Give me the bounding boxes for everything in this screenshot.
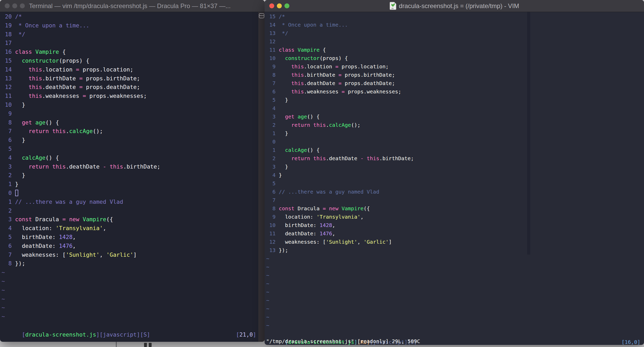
code-line: 1 calcAge() { <box>266 146 644 154</box>
empty-buffer-line: ~ <box>2 277 258 286</box>
line-number: 0 <box>2 189 12 198</box>
code-line: 3 get age() { <box>266 112 644 121</box>
statusline-flags: [javascript][S] <box>99 331 150 338</box>
code-line: 11class Vampire { <box>266 46 644 54</box>
close-button[interactable] <box>5 3 10 8</box>
code-line: 2 return this.deathDate - this.birthDate… <box>266 154 644 163</box>
line-number: 17 <box>2 39 12 47</box>
terminal-titlebar[interactable]: Terminal — vim /tmp/dracula-screenshot.j… <box>0 0 265 12</box>
code-line: 2 <box>2 206 258 215</box>
minimize-button[interactable] <box>12 3 17 8</box>
line-number: 13 <box>266 246 276 254</box>
code-line: 15/* <box>266 12 644 21</box>
javascript-file-icon: JS <box>390 2 396 10</box>
line-number: 15 <box>2 56 12 65</box>
vim-buffer-right[interactable]: 15/*14 * Once upon a time...13 */1211cla… <box>265 12 644 330</box>
code-line: 14 * Once upon a time... <box>266 21 644 29</box>
ruler-bracket: ] <box>637 339 640 345</box>
line-number: 0 <box>266 137 276 146</box>
line-number: 8 <box>266 204 276 213</box>
code-line: 4 <box>266 104 644 112</box>
code-line: 7 return this.calcAge(); <box>2 127 258 136</box>
line-number: 3 <box>266 163 276 171</box>
code-line: 6// ...there was a guy named Vlad <box>266 188 644 196</box>
line-number: 5 <box>2 145 12 153</box>
ruler-bracket: [ <box>622 339 625 345</box>
line-number: 9 <box>266 62 276 71</box>
empty-buffer-line: ~ <box>2 312 258 321</box>
line-number: 16 <box>2 47 12 56</box>
close-button[interactable] <box>269 3 274 8</box>
code-line: 20/* <box>2 12 258 21</box>
line-number: 2 <box>266 154 276 163</box>
code-line: 3const Dracula = new Vampire({ <box>2 215 258 224</box>
code-line: 6 deathDate: 1476, <box>2 242 258 250</box>
line-number: 4 <box>2 153 12 162</box>
line-number: 13 <box>2 74 12 83</box>
line-number: 1 <box>2 198 12 206</box>
empty-buffer-line: ~ <box>2 268 258 277</box>
vim-statusline-left: [dracula-screenshot.js][javascript][S] [… <box>2 321 256 342</box>
vim-command-line: "/tmp/dracula-screenshot.js" [readonly] … <box>266 338 420 345</box>
empty-buffer-line: ~ <box>266 296 644 304</box>
vim-buffer-left[interactable]: 20/*19 * Once upon a time...18 */1716cla… <box>0 12 258 321</box>
zoom-button[interactable] <box>284 3 289 8</box>
terminal-window: Terminal — vim /tmp/dracula-screenshot.j… <box>0 0 265 342</box>
code-line: 3 } <box>266 163 644 171</box>
code-line: 5 birthDate: 1428, <box>2 233 258 242</box>
js-icon-label: JS <box>391 7 393 10</box>
line-number: 18 <box>2 30 12 39</box>
code-line: 14 this.location = props.location; <box>2 65 258 74</box>
minimize-button[interactable] <box>277 3 282 8</box>
code-line: 2 } <box>2 171 258 180</box>
ruler-position: 16,0 <box>625 339 637 345</box>
code-line: 1// ...there was a guy named Vlad <box>2 198 258 206</box>
code-line: 12 weaknesses: ['Sunlight', 'Garlic'] <box>266 238 644 246</box>
line-number: 3 <box>266 112 276 121</box>
code-line: 12 <box>266 37 644 46</box>
zoom-button[interactable] <box>20 3 25 8</box>
line-number: 2 <box>266 121 276 129</box>
vim-cursor <box>15 190 18 196</box>
code-line: 4 location: 'Transylvania', <box>2 224 258 233</box>
line-number: 4 <box>266 104 276 112</box>
empty-buffer-line: ~ <box>266 279 644 288</box>
line-number: 11 <box>2 92 12 100</box>
line-number: 14 <box>2 65 12 74</box>
line-number: 5 <box>266 179 276 188</box>
code-line: 18 */ <box>2 30 258 39</box>
line-number: 2 <box>2 171 12 180</box>
code-line: 0 <box>2 189 258 198</box>
line-number: 8 <box>2 259 12 268</box>
code-line: 4} <box>266 171 644 179</box>
line-number: 8 <box>2 118 12 127</box>
ruler-bracket: ] <box>253 331 256 338</box>
code-line: 8 this.birthDate = props.birthDate; <box>266 71 644 79</box>
line-number: 20 <box>2 12 12 21</box>
empty-buffer-line: ~ <box>266 263 644 271</box>
code-line: 11 deathDate: 1476, <box>266 229 644 238</box>
line-number: 11 <box>266 229 276 238</box>
split-pane-icon[interactable] <box>259 13 264 18</box>
empty-buffer-line: ~ <box>266 313 644 321</box>
code-line: 12 this.deathDate = props.deathDate; <box>2 83 258 92</box>
terminal-window-title: Terminal — vim /tmp/dracula-screenshot.j… <box>29 2 231 10</box>
code-line: 11 this.weaknesses = props.weaknesses; <box>2 92 258 100</box>
line-number: 2 <box>2 206 12 215</box>
terminal-scrollbar-track[interactable] <box>258 12 265 342</box>
code-line: 13}); <box>266 246 644 254</box>
line-number: 15 <box>266 12 276 21</box>
background-window-glyph <box>149 343 152 347</box>
line-number: 12 <box>266 238 276 246</box>
code-line: 3 return this.deathDate - this.birthDate… <box>2 162 258 171</box>
code-line: 17 <box>2 39 258 47</box>
line-number: 7 <box>2 250 12 259</box>
line-number: 5 <box>266 96 276 104</box>
macvim-window-title: dracula-screenshot.js = (/private/tmp) -… <box>399 2 519 10</box>
line-number: 11 <box>266 46 276 54</box>
line-number: 10 <box>2 100 12 109</box>
code-line: 8const Dracula = new Vampire({ <box>266 204 644 213</box>
macvim-titlebar[interactable]: JS dracula-screenshot.js = (/private/tmp… <box>265 0 644 12</box>
code-line: 4 calcAge() { <box>2 153 258 162</box>
ruler-bracket: [ <box>236 331 239 338</box>
